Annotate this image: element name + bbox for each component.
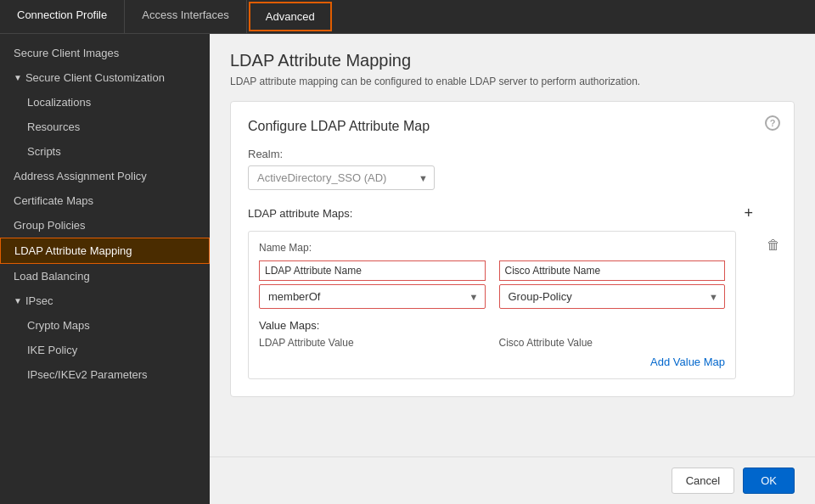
page-title: LDAP Attribute Mapping	[230, 51, 795, 70]
sidebar-item-label: Address Assignment Policy	[14, 170, 147, 182]
cisco-attr-value-label: Cisco Attribute Value	[499, 337, 726, 349]
sidebar-item-localizations[interactable]: Localizations	[0, 90, 210, 115]
sidebar-item-ike-policy[interactable]: IKE Policy	[0, 338, 210, 362]
sidebar-item-label: IPsec	[25, 294, 53, 307]
cisco-attribute-select-wrapper: Group-Policy ▼	[499, 284, 726, 309]
value-maps-cols: LDAP Attribute Value Cisco Attribute Val…	[259, 337, 725, 349]
delete-map-button[interactable]: 🗑	[767, 238, 780, 253]
sidebar-item-label: Scripts	[27, 145, 61, 158]
value-maps-label: Value Maps:	[259, 319, 725, 332]
realm-select[interactable]: ActiveDirectory_SSO (AD)	[248, 165, 435, 190]
cancel-button[interactable]: Cancel	[672, 468, 734, 494]
ldap-attribute-name-label: LDAP Attribute Name	[259, 260, 486, 281]
sidebar-item-label: IKE Policy	[27, 344, 77, 356]
sidebar-item-label: Group Policies	[14, 219, 86, 232]
configure-card: Configure LDAP Attribute Map ? Realm: Ac…	[230, 101, 795, 397]
card-title: Configure LDAP Attribute Map	[248, 119, 777, 134]
add-value-map-button[interactable]: Add Value Map	[259, 356, 725, 368]
sidebar-item-label: Load Balancing	[14, 270, 90, 283]
sidebar-item-ipsec-ikev2-parameters[interactable]: IPsec/IKEv2 Parameters	[0, 362, 210, 387]
ok-button[interactable]: OK	[743, 468, 795, 494]
footer: Cancel OK	[210, 456, 815, 504]
sidebar-item-label: Resources	[27, 120, 80, 133]
realm-select-wrapper: ActiveDirectory_SSO (AD) ▼	[248, 165, 435, 190]
ldap-attr-value-label: LDAP Attribute Value	[259, 337, 486, 349]
ldap-maps-label: LDAP attribute Maps:	[248, 207, 352, 220]
cisco-attribute-name-select[interactable]: Group-Policy	[499, 284, 726, 309]
sidebar-item-crypto-maps[interactable]: Crypto Maps	[0, 313, 210, 338]
sidebar-item-certificate-maps[interactable]: Certificate Maps	[0, 188, 210, 213]
ldap-attribute-name-field: LDAP Attribute Name memberOf ▼	[259, 260, 486, 309]
attribute-row: LDAP Attribute Name memberOf ▼	[259, 260, 725, 309]
sidebar-item-label: LDAP Attribute Mapping	[14, 244, 132, 257]
sidebar-item-secure-client-images[interactable]: Secure Client Images	[0, 41, 210, 65]
sidebar-item-resources[interactable]: Resources	[0, 115, 210, 139]
sidebar-item-label: Crypto Maps	[27, 319, 90, 332]
sidebar-item-ipsec[interactable]: ▼ IPsec	[0, 288, 210, 313]
value-maps-section: Value Maps: LDAP Attribute Value Cisco A…	[259, 319, 725, 368]
sidebar-item-label: Secure Client Customization	[25, 71, 165, 84]
ldap-attribute-select-wrapper: memberOf ▼	[259, 284, 486, 309]
sidebar-item-label: Secure Client Images	[14, 47, 119, 59]
sidebar-item-ldap-attribute-mapping[interactable]: LDAP Attribute Mapping	[0, 238, 210, 264]
name-map-label: Name Map:	[259, 242, 725, 254]
page-subtitle: LDAP attribute mapping can be configured…	[230, 76, 795, 87]
cisco-attribute-name-field: Cisco Attribute Name Group-Policy ▼	[499, 260, 726, 309]
sidebar-item-load-balancing[interactable]: Load Balancing	[0, 264, 210, 288]
tab-bar: Connection Profile Access Interfaces Adv…	[0, 0, 815, 34]
sidebar-item-scripts[interactable]: Scripts	[0, 139, 210, 164]
help-icon[interactable]: ?	[765, 115, 780, 131]
ldap-attribute-name-select[interactable]: memberOf	[259, 284, 486, 309]
map-row-wrapper: Name Map: LDAP Attribute Name memberOf	[248, 231, 756, 379]
sidebar-item-label: IPsec/IKEv2 Parameters	[27, 368, 148, 381]
sidebar: Secure Client Images ▼ Secure Client Cus…	[0, 34, 210, 504]
tab-access-interfaces[interactable]: Access Interfaces	[125, 0, 247, 33]
chevron-down-icon: ▼	[14, 296, 22, 305]
content-area: LDAP Attribute Mapping LDAP attribute ma…	[210, 34, 815, 456]
realm-label: Realm:	[248, 148, 777, 160]
cisco-attribute-name-label: Cisco Attribute Name	[499, 260, 726, 281]
sidebar-item-label: Localizations	[27, 96, 91, 109]
sidebar-item-group-policies[interactable]: Group Policies	[0, 213, 210, 238]
map-container: Name Map: LDAP Attribute Name memberOf	[248, 231, 736, 379]
add-ldap-map-button[interactable]: +	[740, 204, 756, 222]
sidebar-item-label: Certificate Maps	[14, 194, 93, 207]
tab-advanced[interactable]: Advanced	[249, 2, 332, 31]
tab-connection-profile[interactable]: Connection Profile	[0, 0, 125, 33]
ldap-maps-header-row: LDAP attribute Maps: +	[248, 204, 756, 222]
chevron-down-icon: ▼	[14, 73, 22, 82]
sidebar-item-secure-client-customization[interactable]: ▼ Secure Client Customization	[0, 65, 210, 90]
sidebar-item-address-assignment-policy[interactable]: Address Assignment Policy	[0, 164, 210, 188]
main-layout: Secure Client Images ▼ Secure Client Cus…	[0, 34, 815, 504]
